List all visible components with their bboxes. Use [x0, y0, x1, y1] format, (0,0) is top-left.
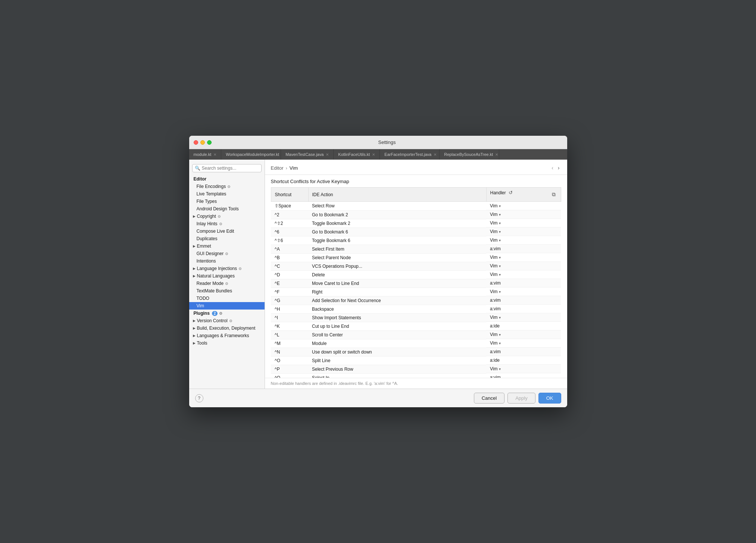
dropdown-arrow-icon[interactable]: ▾ [499, 333, 501, 337]
tab-0[interactable]: module.kt ✕ [189, 149, 222, 160]
dropdown-arrow-icon[interactable]: ▾ [499, 316, 501, 320]
sidebar-item-natural-languages[interactable]: ▶ Natural Languages [189, 272, 265, 280]
sidebar-item-tools[interactable]: ▶ Tools [189, 339, 265, 347]
handler-cell[interactable]: Vim▾ [486, 330, 561, 339]
minimize-button[interactable] [200, 140, 205, 145]
handler-cell[interactable]: Vim▾ [486, 219, 561, 227]
sidebar-item-label: Languages & Frameworks [197, 333, 249, 338]
dropdown-arrow-icon[interactable]: ▾ [499, 290, 501, 294]
action-cell: VCS Operations Popup... [308, 262, 486, 270]
handler-cell[interactable]: Vim▾ [486, 210, 561, 219]
sidebar-item-android-design-tools[interactable]: Android Design Tools [189, 205, 265, 213]
sidebar-item-todo[interactable]: TODO [189, 295, 265, 302]
tab-1[interactable]: WorkspaceModuleImporter.kt ✕ [221, 149, 281, 160]
copy-icon[interactable]: ⧉ [550, 190, 557, 199]
handler-cell[interactable]: Vim▾ [486, 270, 561, 279]
action-cell: Right [308, 288, 486, 296]
handler-cell[interactable]: Vim▾ [486, 262, 561, 270]
sidebar-item-inlay-hints[interactable]: Inlay Hints ⚙ [189, 220, 265, 227]
search-input[interactable] [202, 166, 259, 171]
sidebar-item-build-execution[interactable]: ▶ Build, Execution, Deployment [189, 324, 265, 332]
handler-cell[interactable]: Vim▾ [486, 339, 561, 348]
action-cell: Move Caret to Line End [308, 279, 486, 288]
sidebar-item-gui-designer[interactable]: GUI Designer ⚙ [189, 250, 265, 257]
dropdown-arrow-icon[interactable]: ▾ [499, 230, 501, 234]
gear-icon: ⚙ [225, 282, 228, 286]
apply-button[interactable]: Apply [507, 393, 535, 404]
search-box[interactable]: 🔍 [192, 164, 262, 172]
sidebar-item-label: Inlay Hints [197, 221, 218, 226]
sidebar-section-plugins[interactable]: Plugins 2 ⚙ [189, 310, 265, 317]
handler-cell[interactable]: Vim▾ [486, 365, 561, 373]
search-icon: 🔍 [195, 166, 200, 171]
reset-icon[interactable]: ↺ [507, 188, 514, 197]
handler-value: Vim [490, 212, 497, 217]
sidebar-item-language-injections[interactable]: ▶ Language Injections ⚙ [189, 265, 265, 272]
sidebar-item-file-types[interactable]: File Types [189, 198, 265, 205]
maximize-button[interactable] [207, 140, 212, 145]
handler-cell[interactable]: Vim▾ [486, 313, 561, 322]
dropdown-arrow-icon[interactable]: ▾ [499, 204, 501, 208]
dropdown-arrow-icon[interactable]: ▾ [499, 264, 501, 268]
sidebar-item-live-templates[interactable]: Live Templates [189, 190, 265, 198]
tab-2[interactable]: MavenTestCase.java ✕ [281, 149, 334, 160]
handler-cell[interactable]: Vim▾ [486, 202, 561, 210]
help-button[interactable]: ? [195, 394, 203, 402]
handler-cell[interactable]: Vim▾ [486, 288, 561, 296]
shortcuts-table: Shortcut IDE Action Handler ⧉ ↺ ⇧SpaceSe… [271, 187, 561, 378]
table-row: ^MModuleVim▾ [271, 339, 561, 348]
sidebar-item-reader-mode[interactable]: Reader Mode ⚙ [189, 280, 265, 287]
dropdown-arrow-icon[interactable]: ▾ [499, 341, 501, 345]
cancel-button[interactable]: Cancel [474, 393, 504, 404]
close-button[interactable] [194, 140, 198, 145]
dropdown-arrow-icon[interactable]: ▾ [499, 221, 501, 225]
sidebar-item-label: Version Control [197, 318, 228, 323]
handler-cell: a:vim [486, 305, 561, 313]
dropdown-arrow-icon[interactable]: ▾ [499, 213, 501, 217]
shortcut-cell: ^M [271, 339, 308, 348]
handler-value: a:vim [490, 280, 501, 286]
sidebar-item-file-encodings[interactable]: File Encodings ⚙ [189, 183, 265, 190]
sidebar-item-intentions[interactable]: Intentions [189, 257, 265, 265]
sidebar-item-emmet[interactable]: ▶ Emmet [189, 242, 265, 250]
forward-arrow[interactable]: › [556, 164, 561, 172]
back-arrow[interactable]: ‹ [550, 164, 555, 172]
tab-close-5[interactable]: ✕ [495, 153, 498, 157]
shortcut-cell: ^I [271, 313, 308, 322]
shortcut-cell: ^P [271, 365, 308, 373]
ok-button[interactable]: OK [538, 393, 561, 404]
table-row: ^⇧2Toggle Bookmark 2Vim▾ [271, 219, 561, 227]
sidebar-item-label: Vim [197, 303, 204, 308]
tab-close-3[interactable]: ✕ [372, 153, 375, 157]
shortcut-cell: ^A [271, 245, 308, 253]
dropdown-arrow-icon[interactable]: ▾ [499, 367, 501, 371]
handler-cell[interactable]: Vim▾ [486, 236, 561, 245]
tab-4[interactable]: EarFaceImporterTest.java ✕ [380, 149, 440, 160]
sidebar-item-textmate-bundles[interactable]: TextMate Bundles [189, 287, 265, 295]
shortcuts-table-container[interactable]: Shortcut IDE Action Handler ⧉ ↺ ⇧SpaceSe… [265, 187, 567, 378]
nav-arrows: ‹ › [550, 164, 561, 172]
handler-cell[interactable]: Vim▾ [486, 253, 561, 262]
sidebar-item-copyright[interactable]: ▶ Copyright ⚙ [189, 213, 265, 220]
sidebar-item-label: GUI Designer [197, 251, 224, 256]
tab-close-0[interactable]: ✕ [213, 153, 216, 157]
dropdown-arrow-icon[interactable]: ▾ [499, 273, 501, 277]
dropdown-arrow-icon[interactable]: ▾ [499, 238, 501, 242]
gear-icon: ⚙ [227, 185, 231, 189]
handler-value: a:vim [490, 306, 501, 311]
sidebar-item-compose-live-edit[interactable]: Compose Live Edit [189, 227, 265, 235]
sidebar-item-duplicates[interactable]: Duplicates [189, 235, 265, 242]
tab-close-4[interactable]: ✕ [434, 153, 437, 157]
tab-close-2[interactable]: ✕ [326, 153, 329, 157]
tab-label-4: EarFaceImporterTest.java [384, 152, 431, 157]
sidebar-item-vim[interactable]: Vim [189, 302, 265, 310]
table-row: ^2Go to Bookmark 2Vim▾ [271, 210, 561, 219]
sidebar-item-version-control[interactable]: ▶ Version Control ⚙ [189, 317, 265, 324]
sidebar-item-label: Android Design Tools [197, 206, 239, 211]
sidebar-item-languages-frameworks[interactable]: ▶ Languages & Frameworks [189, 332, 265, 339]
handler-value: a:vim [490, 298, 501, 303]
handler-cell[interactable]: Vim▾ [486, 227, 561, 236]
tab-5[interactable]: ReplaceBySouceAsTree.kt ✕ [440, 149, 499, 160]
tab-3[interactable]: KotlinFaceUtils.kt ✕ [334, 149, 380, 160]
dropdown-arrow-icon[interactable]: ▾ [499, 255, 501, 260]
